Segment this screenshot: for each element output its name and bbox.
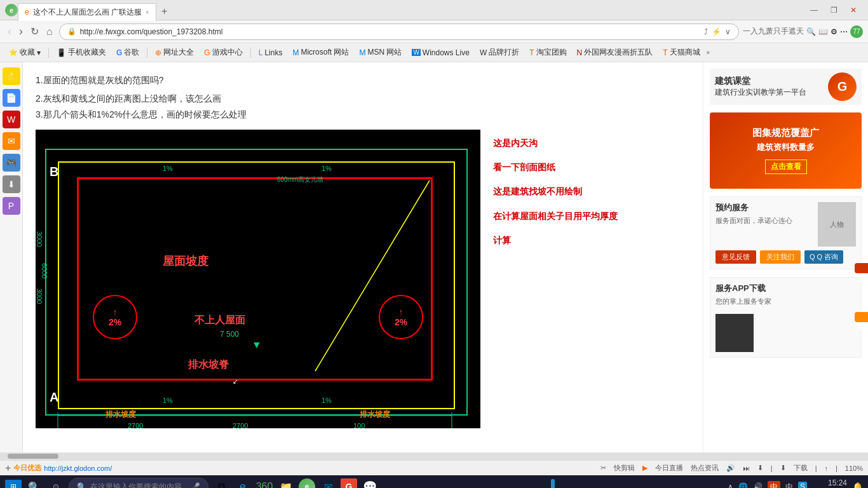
taskbar-360-icon[interactable]: 360 (255, 478, 273, 488)
jianzhu-widget-left: 建筑课堂 建筑行业实训教学第一平台 (715, 76, 806, 98)
share-icon[interactable]: ⤴ (704, 27, 708, 36)
refresh-button[interactable]: ↻ (28, 24, 41, 39)
bookmark-mobile[interactable]: 📱 手机收藏夹 (53, 46, 110, 59)
mic-icon[interactable]: 🎤 (191, 482, 200, 488)
taobao-icon: T (529, 48, 534, 57)
tab-close-button[interactable]: × (146, 9, 149, 16)
follow-button[interactable]: 关注我们 (760, 250, 801, 264)
cad-slope-label: 屋面坡度 (163, 254, 208, 269)
notification-icon[interactable]: 🔔 (852, 482, 863, 488)
bookmark-microsoft[interactable]: M Microsoft 网站 (288, 46, 353, 59)
clock-time: 15:24 (812, 478, 847, 487)
bookmarks-more-icon[interactable]: » (707, 49, 710, 56)
taskbar-center (550, 479, 556, 488)
qq-label[interactable]: Q Q 咨询 (804, 250, 843, 264)
search-bar-placeholder: 在这里输入你要搜索的内容 (90, 482, 182, 489)
page-settings-icon[interactable]: ⚙ (831, 27, 837, 36)
tray-sougou-icon[interactable]: S (798, 482, 807, 488)
sidebar-icon-game[interactable]: 🎮 (3, 154, 20, 172)
horizontal-scrollbar[interactable] (0, 452, 868, 460)
zoom-level[interactable]: 110% (845, 464, 863, 472)
bookmark-sites[interactable]: ⊕ 网址大全 (151, 46, 198, 59)
tray-ime-icon[interactable]: 中 (785, 482, 793, 489)
tray-arrow-icon[interactable]: ∧ (728, 482, 733, 488)
sidebar-icon-mail[interactable]: ✉ (3, 132, 20, 150)
taskbar-search-bar[interactable]: 🔍 在这里输入你要搜索的内容 🎤 (69, 478, 208, 488)
question-3: 3.那几个箭头和1%2%什么意思，画的时候要怎么处理 (36, 107, 690, 123)
quick-edit-icon: ✂ (600, 464, 606, 472)
today-url[interactable]: http://jzkt.glodon.com/ (44, 464, 112, 472)
taskbar-search-icon[interactable]: 🔍 (25, 478, 43, 488)
microsoft-icon: M (292, 48, 299, 57)
minimize-button[interactable]: — (806, 4, 822, 16)
restore-button[interactable]: ❐ (827, 4, 841, 16)
cad-drainage-slope-1: 排水坡度 (105, 409, 136, 420)
upload-icon[interactable]: ↑ (825, 464, 829, 472)
taskbar-g-icon[interactable]: G (341, 478, 357, 488)
scroll-thumb[interactable] (8, 454, 58, 459)
taskbar-mail-icon[interactable]: ✉ (319, 478, 337, 488)
msn-icon: M (359, 48, 365, 57)
cad-pct-bot1: 1% (163, 396, 173, 404)
reading-mode-icon[interactable]: 📖 (818, 27, 828, 36)
tray-input-icon[interactable]: 中 (768, 481, 780, 489)
sidebar-icon-doc[interactable]: 📄 (3, 89, 20, 107)
system-clock[interactable]: 15:24 2018/10/30 (812, 478, 847, 488)
tray-network-icon[interactable]: 🌐 (738, 482, 748, 488)
active-tab[interactable]: e 这个不上人屋面怎么画 广联达服 × (18, 3, 156, 21)
bookmark-links[interactable]: L Links (255, 47, 287, 58)
bookmark-brand-discount[interactable]: W 品牌打折 (476, 46, 523, 59)
sidebar-icon-star[interactable]: ⭐ (3, 67, 20, 85)
taskbar-left: ⊞ 🔍 ⊙ 🔍 在这里输入你要搜索的内容 🎤 ⧉ e 360 📁 e ✉ G 💬 (5, 478, 379, 488)
down-icon[interactable]: ⬇ (757, 464, 763, 472)
download-icon[interactable]: ⬇ (780, 464, 786, 472)
forward-button[interactable]: › (17, 24, 25, 39)
close-button[interactable]: ✕ (846, 4, 860, 16)
bookmark-manga[interactable]: N 外国网友漫画折五队 (573, 46, 657, 59)
taskbar-chat-icon[interactable]: 💬 (361, 478, 379, 488)
links-icon: L (259, 48, 263, 57)
download-count[interactable]: 77 (850, 25, 863, 38)
taskbar-cortana-icon[interactable]: ⊙ (47, 478, 65, 488)
bookmark-games[interactable]: G 游戏中心 (200, 46, 246, 59)
taskbar-ie-icon[interactable]: e (234, 478, 252, 488)
search-icon[interactable]: 🔍 (806, 27, 816, 36)
service-app-desc: 您的掌上服务专家 (715, 297, 856, 306)
bookmark-tmall[interactable]: T 天猫商城 (659, 46, 703, 59)
next-icon[interactable]: ⏭ (743, 464, 750, 472)
taskbar-task-view[interactable]: ⧉ (212, 478, 230, 488)
start-button[interactable]: ⊞ (5, 480, 22, 488)
address-bar[interactable]: 🔒 http://e.fwxgx.com/question_1973208.ht… (59, 24, 739, 40)
taskbar-browser-icon2[interactable]: e (299, 478, 315, 488)
bookmark-favorites[interactable]: ⭐ 收藏 ▾ (5, 46, 44, 59)
home-button[interactable]: ⌂ (44, 25, 55, 39)
dropdown-icon[interactable]: ∨ (725, 27, 731, 36)
today-opt-label: 今日优选 (13, 463, 41, 473)
sidebar-icon-download[interactable]: ⬇ (3, 175, 20, 193)
sidebar-icon-purple[interactable]: P (3, 197, 20, 215)
bookmark-windows-live[interactable]: W Windows Live (408, 47, 473, 58)
jianzhu-title: 建筑课堂 (715, 76, 806, 87)
dim-6000: 6000 (41, 263, 48, 278)
feedback-float-btn[interactable]: 意见反馈 (855, 263, 868, 273)
lightning-icon[interactable]: ⚡ (712, 27, 721, 36)
bookmark-taobao[interactable]: T 淘宝团购 (526, 46, 570, 59)
more-icon[interactable]: ⋯ (840, 27, 848, 36)
cad-arrow-down: ▼ (252, 339, 262, 351)
follow-float-btn[interactable]: 关注我们 (855, 312, 868, 322)
add-tab-icon[interactable]: + (5, 463, 11, 474)
back-button[interactable]: ‹ (5, 24, 14, 39)
cad-drainage-arrow: ↙ (233, 377, 238, 386)
new-tab-button[interactable]: + (156, 3, 172, 20)
taskbar-file-icon[interactable]: 📁 (277, 478, 295, 488)
chevron-down-icon: ▾ (37, 48, 41, 57)
feedback-button[interactable]: 意见反馈 (715, 250, 756, 264)
nav-bar: ‹ › ↻ ⌂ 🔒 http://e.fwxgx.com/question_19… (0, 20, 868, 43)
tray-sound-icon[interactable]: 🔊 (753, 482, 763, 488)
sidebar-icon-weibo[interactable]: W (3, 111, 20, 128)
bookmark-google[interactable]: G 谷歌 (112, 46, 143, 59)
service-app-section: 服务APP下载 您的掌上服务专家 (710, 277, 862, 358)
bookmark-msn[interactable]: M MSN 网站 (355, 46, 405, 59)
ad-banner-link[interactable]: 点击查看 (765, 159, 807, 174)
ad-banner[interactable]: 图集规范覆盖广 建筑资料数量多 点击查看 (710, 112, 862, 189)
